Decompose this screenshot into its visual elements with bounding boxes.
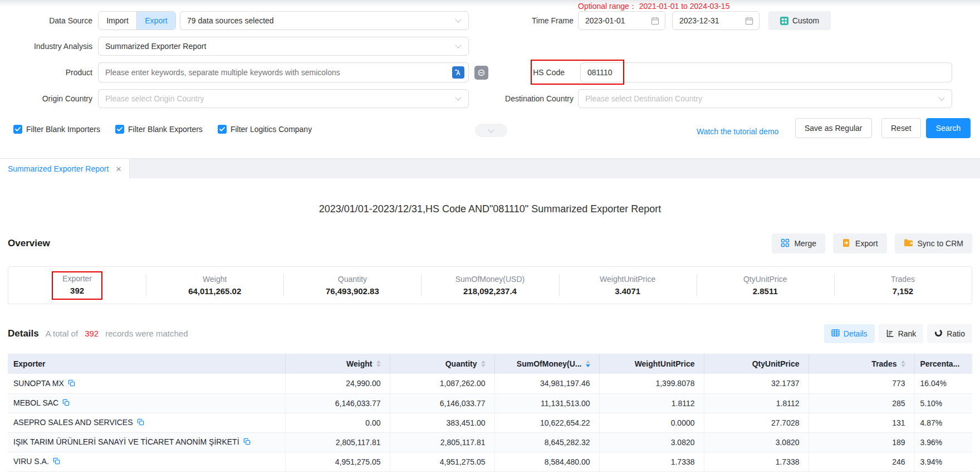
copy-icon[interactable]	[68, 379, 75, 388]
calendar-icon[interactable]	[745, 17, 753, 25]
tab-close-icon[interactable]: ×	[116, 164, 121, 174]
industry-analysis-value: Summarized Exporter Report	[99, 42, 456, 51]
hs-code-input[interactable]	[580, 62, 952, 82]
weight-unit-price-cell: 1,399.8078	[599, 374, 704, 393]
col-sum-of-money[interactable]: SumOfMoney(U...	[494, 354, 599, 374]
tab-label: Summarized Exporter Report	[8, 164, 110, 173]
col-weight[interactable]: Weight	[285, 354, 390, 374]
merge-icon	[781, 238, 790, 249]
hs-code-field[interactable]	[581, 68, 952, 77]
exporter-link[interactable]: SUNOPTA MX	[13, 379, 64, 388]
overview-heading: Overview	[8, 238, 50, 249]
view-details-button[interactable]: Details	[824, 324, 875, 343]
copy-icon[interactable]	[243, 438, 251, 447]
view-ratio-button[interactable]: Ratio	[927, 324, 972, 343]
product-input[interactable]	[98, 62, 469, 82]
percentage-cell: 3.94%	[914, 452, 972, 471]
stat-weight-unit-price: WeightUnitPrice 3.4071	[559, 267, 697, 304]
sync-to-crm-label: Sync to CRM	[918, 239, 963, 248]
weight-unit-price-cell: 1.7338	[599, 452, 704, 471]
end-date-input[interactable]	[672, 11, 759, 30]
end-date-field[interactable]	[673, 16, 745, 25]
filter-logistics-company-checkbox[interactable]: Filter Logitics Company	[218, 125, 312, 134]
weight-unit-price-cell: 0.0000	[599, 413, 704, 432]
table-row: SUNOPTA MX24,990.001,087,262.0034,981,19…	[8, 374, 972, 393]
data-sources-select[interactable]: 79 data sources selected	[180, 11, 469, 30]
sort-icon[interactable]	[901, 360, 905, 367]
copy-icon[interactable]	[53, 457, 60, 466]
origin-country-select[interactable]: Please select Origin Country	[98, 89, 469, 108]
product-label: Product	[9, 63, 92, 82]
stat-value: 76,493,902.83	[326, 286, 379, 296]
tutorial-demo-link[interactable]: Watch the tutorial demo	[697, 127, 778, 136]
custom-range-label: Custom	[792, 16, 819, 25]
exporter-link[interactable]: VIRU S.A.	[13, 457, 49, 466]
col-percentage: Percenta...	[914, 354, 972, 374]
merge-label: Merge	[794, 239, 816, 248]
optional-range-hint: Optional range： 2021-01-01 to 2024-03-15	[578, 2, 729, 12]
col-quantity[interactable]: Quantity	[390, 354, 494, 374]
origin-country-placeholder: Please select Origin Country	[99, 94, 456, 103]
reset-button[interactable]: Reset	[881, 118, 921, 138]
product-keywords-field[interactable]	[99, 68, 452, 77]
table-grid-icon	[831, 329, 840, 338]
industry-analysis-select[interactable]: Summarized Exporter Report	[98, 37, 469, 56]
stat-value: 2.8511	[753, 286, 778, 296]
custom-range-button[interactable]: Custom	[768, 11, 831, 30]
time-frame-label: Time Frame	[490, 11, 574, 30]
sort-icon[interactable]	[481, 360, 486, 367]
view-rank-button[interactable]: Rank	[879, 324, 924, 343]
tab-summarized-exporter-report[interactable]: Summarized Exporter Report ×	[0, 159, 130, 179]
merge-button[interactable]: Merge	[772, 233, 825, 253]
ratio-donut-icon	[934, 329, 943, 339]
stat-qty-unit-price: QtyUnitPrice 2.8511	[697, 267, 834, 304]
stat-label: WeightUnitPrice	[600, 275, 655, 284]
stat-quantity: Quantity 76,493,902.83	[283, 267, 421, 304]
sum-of-money-cell: 10,622,654.22	[494, 413, 599, 432]
destination-country-select[interactable]: Please select Destination Country	[578, 89, 952, 108]
copy-icon[interactable]	[62, 399, 70, 408]
destination-country-placeholder: Please select Destination Country	[579, 94, 939, 103]
col-trades[interactable]: Trades	[808, 354, 914, 374]
sort-icon[interactable]	[376, 360, 381, 367]
filter-blank-exporters-checkbox[interactable]: Filter Blank Exporters	[115, 125, 203, 134]
exporter-link[interactable]: ASEPRO SALES AND SERVICES	[13, 418, 133, 427]
translate-icon[interactable]	[452, 66, 464, 79]
view-ratio-label: Ratio	[947, 329, 965, 338]
table-row: MEBOL SAC6,146,033.776,146,033.7711,131,…	[8, 393, 972, 413]
details-heading: Details	[8, 328, 39, 339]
collapse-filters-button[interactable]	[475, 124, 507, 137]
qty-unit-price-cell: 3.0820	[704, 432, 808, 452]
import-toggle-button[interactable]: Import	[99, 12, 137, 30]
quantity-cell: 2,805,117.81	[390, 432, 494, 452]
exporter-cell: SUNOPTA MX	[8, 374, 285, 393]
exporter-link[interactable]: MEBOL SAC	[13, 398, 58, 407]
sync-to-crm-button[interactable]: Sync to CRM	[895, 233, 972, 253]
chevron-down-icon	[455, 16, 461, 22]
rank-chart-icon	[886, 329, 894, 339]
exporter-table: Exporter Weight Quantity SumOfMoney(U...…	[8, 354, 972, 472]
search-button[interactable]: Search	[926, 118, 971, 138]
calendar-icon[interactable]	[651, 17, 659, 25]
sum-of-money-cell: 8,584,480.00	[494, 452, 599, 471]
start-date-field[interactable]	[579, 16, 651, 25]
sort-icon-active-desc[interactable]	[586, 360, 590, 367]
weight-cell: 0.00	[285, 413, 390, 432]
table-header-row: Exporter Weight Quantity SumOfMoney(U...…	[8, 354, 972, 374]
exporter-link[interactable]: IŞIK TARIM ÜRÜNLERİ SANAYİ VE TİCARET AN…	[13, 437, 239, 446]
chevron-down-icon	[455, 94, 461, 100]
export-toggle-button[interactable]: Export	[137, 12, 175, 30]
filter-blank-importers-checkbox[interactable]: Filter Blank Importers	[13, 125, 100, 134]
trades-cell: 285	[808, 393, 914, 413]
save-as-regular-button[interactable]: Save as Regular	[795, 118, 872, 138]
trades-cell: 131	[808, 413, 914, 432]
percentage-cell: 16.04%	[914, 374, 972, 393]
stat-label: Weight	[203, 275, 227, 284]
start-date-input[interactable]	[578, 11, 665, 30]
copy-icon[interactable]	[137, 418, 144, 427]
exporter-cell: VIRU S.A.	[8, 452, 285, 471]
qty-unit-price-cell: 1.7338	[704, 452, 808, 471]
trades-cell: 773	[808, 374, 914, 393]
weight-cell: 24,990.00	[285, 374, 390, 393]
export-button[interactable]: Export	[833, 233, 886, 253]
